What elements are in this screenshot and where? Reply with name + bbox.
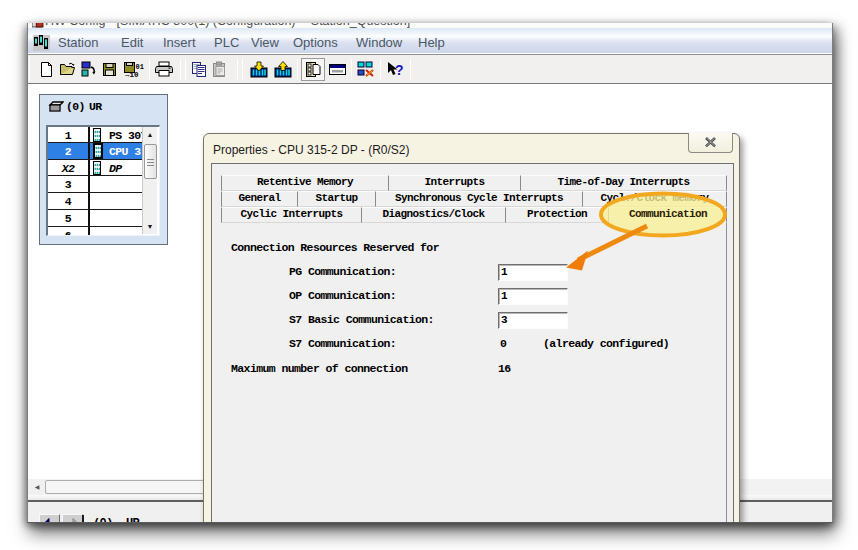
svg-text:?: ? [395,62,404,78]
svg-text:→10: →10 [125,71,139,78]
svg-text:01: 01 [136,63,144,71]
